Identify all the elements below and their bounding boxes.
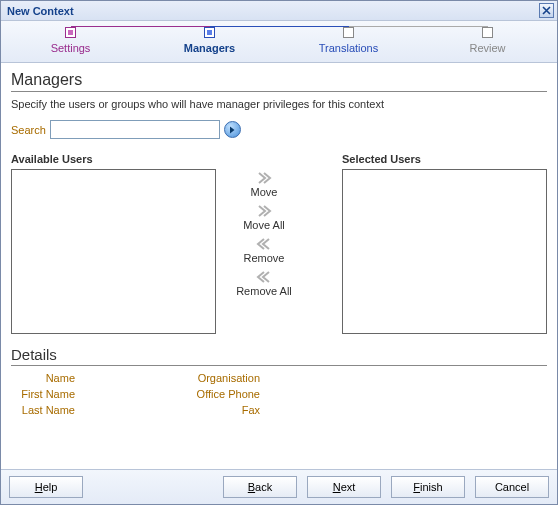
step-connector <box>349 26 488 27</box>
step-label: Review <box>418 42 557 54</box>
selected-column: Selected Users <box>342 153 547 334</box>
field-label-office-phone: Office Phone <box>151 388 266 400</box>
action-label: Remove <box>244 252 285 264</box>
field-value-fax <box>266 404 336 416</box>
selected-users-list[interactable] <box>342 169 547 334</box>
cancel-button[interactable]: Cancel <box>475 476 549 498</box>
double-chevron-right-icon <box>256 204 272 218</box>
content-area: Managers Specify the users or groups who… <box>1 63 557 469</box>
field-label-fax: Fax <box>151 404 266 416</box>
chevron-right-icon <box>256 171 272 185</box>
close-button[interactable] <box>539 3 554 18</box>
step-box-icon <box>65 27 76 38</box>
step-connector <box>71 26 210 27</box>
move-all-button[interactable]: Move All <box>243 204 285 231</box>
step-review: Review <box>418 27 557 54</box>
step-box-icon <box>204 27 215 38</box>
search-input[interactable] <box>50 120 220 139</box>
available-column: Available Users <box>11 153 216 334</box>
remove-all-button[interactable]: Remove All <box>236 270 292 297</box>
details-title: Details <box>11 346 547 363</box>
window-title: New Context <box>7 5 74 17</box>
step-box-icon <box>482 27 493 38</box>
transfer-actions: Move Move All Remove Remove All <box>216 153 312 303</box>
remove-button[interactable]: Remove <box>244 237 285 264</box>
field-value-name <box>81 372 151 384</box>
step-translations[interactable]: Translations <box>279 27 418 54</box>
available-users-list[interactable] <box>11 169 216 334</box>
wizard-steps: Settings Managers Translations Review <box>1 21 557 63</box>
selected-users-label: Selected Users <box>342 153 547 165</box>
available-users-label: Available Users <box>11 153 216 165</box>
finish-button[interactable]: Finish <box>391 476 465 498</box>
field-label-last-name: Last Name <box>11 404 81 416</box>
back-button[interactable]: Back <box>223 476 297 498</box>
double-chevron-left-icon <box>256 270 272 284</box>
chevron-left-icon <box>256 237 272 251</box>
page-title: Managers <box>11 71 547 89</box>
field-label-name: Name <box>11 372 81 384</box>
step-settings[interactable]: Settings <box>1 27 140 54</box>
step-label: Translations <box>279 42 418 54</box>
field-value-organisation <box>266 372 336 384</box>
close-icon <box>542 6 551 15</box>
search-label: Search <box>11 124 46 136</box>
step-connector <box>210 26 349 27</box>
help-button[interactable]: Help <box>9 476 83 498</box>
dialog-window: New Context Settings Managers Translatio… <box>0 0 558 505</box>
dual-list: Available Users Move Move All Remove <box>11 153 547 334</box>
step-label: Managers <box>140 42 279 54</box>
play-icon <box>228 126 236 134</box>
page-description: Specify the users or groups who will hav… <box>11 98 547 110</box>
field-value-office-phone <box>266 388 336 400</box>
field-label-first-name: First Name <box>11 388 81 400</box>
divider <box>11 365 547 366</box>
action-label: Move All <box>243 219 285 231</box>
action-label: Move <box>251 186 278 198</box>
next-button[interactable]: Next <box>307 476 381 498</box>
field-value-last-name <box>81 404 151 416</box>
titlebar: New Context <box>1 1 557 21</box>
step-label: Settings <box>1 42 140 54</box>
step-managers[interactable]: Managers <box>140 27 279 54</box>
step-box-icon <box>343 27 354 38</box>
action-label: Remove All <box>236 285 292 297</box>
button-bar: Help Back Next Finish Cancel <box>1 469 557 504</box>
move-button[interactable]: Move <box>251 171 278 198</box>
details-grid: Name Organisation First Name Office Phon… <box>11 372 547 416</box>
field-label-organisation: Organisation <box>151 372 266 384</box>
search-row: Search <box>11 120 547 139</box>
search-button[interactable] <box>224 121 241 138</box>
field-value-first-name <box>81 388 151 400</box>
divider <box>11 91 547 92</box>
